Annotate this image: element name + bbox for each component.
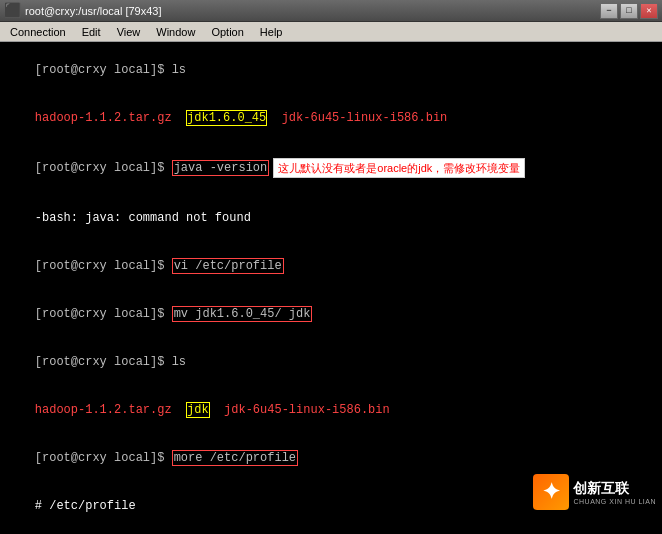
minimize-button[interactable]: − [600, 3, 618, 19]
menu-connection[interactable]: Connection [2, 24, 74, 40]
terminal-line: -bash: java: command not found [6, 194, 656, 242]
terminal-line: [root@crxy local]$ vi /etc/profile [6, 242, 656, 290]
terminal-line: [root@crxy local]$ java -version这儿默认没有或者… [6, 142, 656, 194]
title-bar: ⬛ root@crxy:/usr/local [79x43] − □ ✕ [0, 0, 662, 22]
maximize-button[interactable]: □ [620, 3, 638, 19]
menu-window[interactable]: Window [148, 24, 203, 40]
logo-icon: ✦ [533, 474, 569, 510]
terminal-line: hadoop-1.1.2.tar.gz jdk1.6.0_45 jdk-6u45… [6, 94, 656, 142]
close-button[interactable]: ✕ [640, 3, 658, 19]
terminal-line: [root@crxy local]$ ls [6, 338, 656, 386]
menu-bar: Connection Edit View Window Option Help [0, 22, 662, 42]
menu-edit[interactable]: Edit [74, 24, 109, 40]
logo-english: CHUANG XIN HU LIAN [573, 498, 656, 505]
terminal-line: hadoop-1.1.2.tar.gz jdk jdk-6u45-linux-i… [6, 386, 656, 434]
terminal[interactable]: [root@crxy local]$ ls hadoop-1.1.2.tar.g… [0, 42, 662, 514]
menu-view[interactable]: View [109, 24, 149, 40]
window-controls[interactable]: − □ ✕ [600, 3, 658, 19]
logo-chinese: 创新互联 [573, 480, 656, 498]
menu-option[interactable]: Option [203, 24, 251, 40]
terminal-icon: ⬛ [4, 2, 21, 19]
menu-help[interactable]: Help [252, 24, 291, 40]
terminal-line: [root@crxy local]$ ls [6, 46, 656, 94]
logo: ✦ 创新互联 CHUANG XIN HU LIAN [533, 474, 656, 510]
window-title: root@crxy:/usr/local [79x43] [25, 5, 162, 17]
terminal-line: [root@crxy local]$ mv jdk1.6.0_45/ jdk [6, 290, 656, 338]
